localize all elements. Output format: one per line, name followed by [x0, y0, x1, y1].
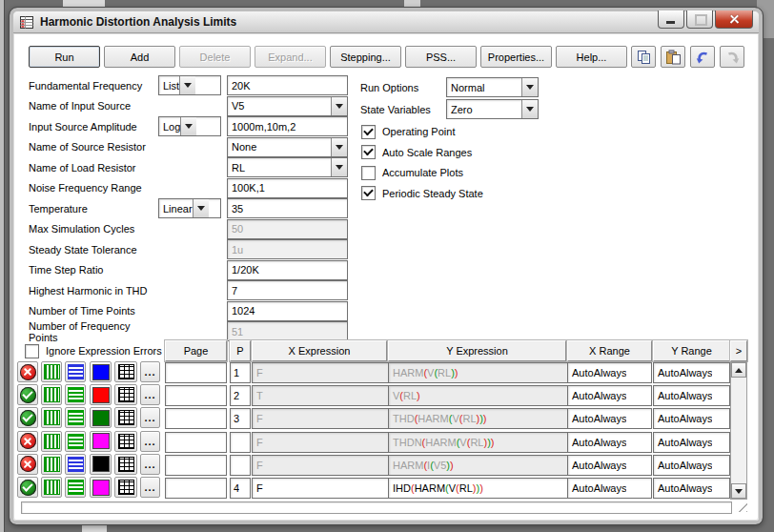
expression-builder-button[interactable]: ... [140, 454, 160, 475]
y-expression-input[interactable]: THD(HARM(V(RL))) [388, 408, 570, 429]
plot-group-input[interactable]: 4 [230, 478, 251, 499]
page-input[interactable] [165, 455, 227, 476]
periodic-steady-state-checkbox-row[interactable]: Periodic Steady State [361, 184, 483, 203]
operating-point-checkbox-row[interactable]: Operating Point [361, 122, 455, 141]
y-range-input[interactable]: AutoAlways [653, 385, 730, 406]
x-expression-input[interactable]: F [252, 362, 391, 383]
plot-group-input[interactable] [230, 455, 251, 476]
curve-color-button[interactable] [90, 477, 112, 498]
time-step-ratio-field[interactable]: 1/20K [227, 260, 348, 280]
column-header-y-expression[interactable]: Y Expression [388, 340, 566, 361]
name-of-source-resistor-field[interactable]: None [227, 137, 348, 157]
number-of-frequency-points-field[interactable]: 51 [227, 321, 348, 341]
page-input[interactable] [165, 432, 227, 453]
x-range-input[interactable]: AutoAlways [567, 385, 652, 406]
y-expression-input[interactable]: V(RL) [388, 385, 570, 406]
curve-color-button[interactable] [90, 361, 112, 382]
curve-color-button[interactable] [90, 407, 112, 428]
hatch-style-button[interactable] [41, 431, 62, 452]
checkbox[interactable] [361, 166, 376, 180]
y-expression-input[interactable]: IHD(HARM(V(RL))) [388, 478, 570, 499]
x-range-input[interactable]: AutoAlways [567, 408, 652, 429]
plot-group-input[interactable]: 2 [230, 385, 251, 406]
expression-builder-button[interactable]: ... [140, 477, 160, 498]
y-range-input[interactable]: AutoAlways [653, 455, 730, 476]
max-simulation-cycles-field[interactable]: 50 [227, 219, 348, 239]
method-combo[interactable]: Linear [158, 198, 221, 218]
curve-enable-button[interactable] [17, 361, 38, 382]
undo-button[interactable] [690, 46, 715, 68]
chevron-down-icon[interactable] [179, 76, 195, 94]
numeric-output-button[interactable] [114, 407, 137, 428]
checkbox[interactable] [361, 125, 376, 139]
column-header-y-range[interactable]: Y Range [653, 340, 730, 361]
method-combo[interactable]: Log [158, 116, 221, 136]
hatch-style-button[interactable] [41, 477, 62, 498]
chevron-down-icon[interactable] [331, 97, 347, 115]
temperature-field[interactable]: 35 [227, 198, 348, 218]
x-range-input[interactable]: AutoAlways [567, 432, 652, 453]
numeric-output-button[interactable] [114, 384, 137, 405]
plot-group-input[interactable] [230, 432, 251, 453]
curve-color-button[interactable] [90, 431, 112, 452]
chevron-down-icon[interactable] [193, 199, 209, 217]
hatch-style-button[interactable] [41, 454, 62, 475]
numeric-output-button[interactable] [114, 454, 137, 475]
accumulate-plots-checkbox-row[interactable]: Accumulate Plots [361, 163, 463, 182]
hatch-style-button[interactable] [41, 407, 62, 428]
chevron-down-icon[interactable] [331, 158, 347, 176]
column-header-x-expression[interactable]: X Expression [252, 340, 387, 361]
fundamental-frequency-field[interactable]: 20K [227, 75, 348, 95]
y-range-input[interactable]: AutoAlways [653, 432, 730, 453]
hatch-style-button[interactable] [41, 384, 62, 405]
page-input[interactable] [165, 385, 227, 406]
hatch-style-button[interactable] [41, 361, 62, 382]
line-style-button[interactable] [65, 384, 86, 405]
number-of-time-points-field[interactable]: 1024 [227, 301, 348, 321]
y-expression-input[interactable]: HARM(I(V5)) [388, 455, 570, 476]
checkbox[interactable] [361, 186, 376, 200]
method-combo[interactable]: List [158, 75, 221, 95]
highest-harmonic-in-thd-field[interactable]: 7 [227, 280, 348, 300]
ignore-expression-errors[interactable]: Ignore Expression Errors [25, 342, 162, 359]
run-button[interactable]: Run [29, 46, 100, 68]
steady-state-tolerance-field[interactable]: 1u [227, 239, 348, 259]
curve-enable-button[interactable] [17, 384, 38, 405]
x-expression-input[interactable]: F [252, 478, 391, 499]
paste-button[interactable] [661, 46, 685, 68]
vertical-scrollbar[interactable] [730, 361, 747, 500]
run-options-combo[interactable]: Normal [446, 77, 539, 97]
page-input[interactable] [165, 408, 227, 429]
noise-frequency-range-field[interactable]: 100K,1 [227, 178, 348, 198]
more-columns-button[interactable]: > [730, 340, 747, 361]
y-range-input[interactable]: AutoAlways [653, 408, 730, 429]
plot-group-input[interactable]: 3 [230, 408, 251, 429]
checkbox[interactable] [25, 344, 39, 358]
properties-button[interactable]: Properties... [480, 46, 552, 68]
curve-enable-button[interactable] [17, 407, 38, 428]
state-variables-combo[interactable]: Zero [446, 99, 539, 119]
scroll-down-button[interactable] [731, 483, 746, 499]
copy-button[interactable] [631, 46, 656, 68]
chevron-down-icon[interactable] [521, 100, 538, 118]
numeric-output-button[interactable] [114, 361, 137, 382]
input-source-amplitude-field[interactable]: 1000m,10m,2 [227, 116, 348, 136]
add-button[interactable]: Add [104, 46, 175, 68]
stepping-button[interactable]: Stepping... [330, 46, 401, 68]
column-header-page[interactable]: Page [165, 340, 227, 361]
close-button[interactable] [715, 10, 753, 29]
curve-color-button[interactable] [90, 454, 112, 475]
line-style-button[interactable] [65, 407, 86, 428]
line-style-button[interactable] [65, 361, 86, 382]
pss-button[interactable]: PSS... [405, 46, 477, 68]
y-expression-input[interactable]: THDN(HARM(V(RL))) [388, 432, 570, 453]
expression-builder-button[interactable]: ... [140, 407, 160, 428]
numeric-output-button[interactable] [114, 431, 137, 452]
auto-scale-ranges-checkbox-row[interactable]: Auto Scale Ranges [361, 143, 472, 162]
line-style-button[interactable] [65, 454, 86, 475]
x-expression-input[interactable]: F [252, 455, 391, 476]
expression-builder-button[interactable]: ... [140, 384, 160, 405]
chevron-down-icon[interactable] [521, 78, 538, 96]
plot-group-input[interactable]: 1 [230, 362, 251, 383]
x-range-input[interactable]: AutoAlways [567, 455, 652, 476]
